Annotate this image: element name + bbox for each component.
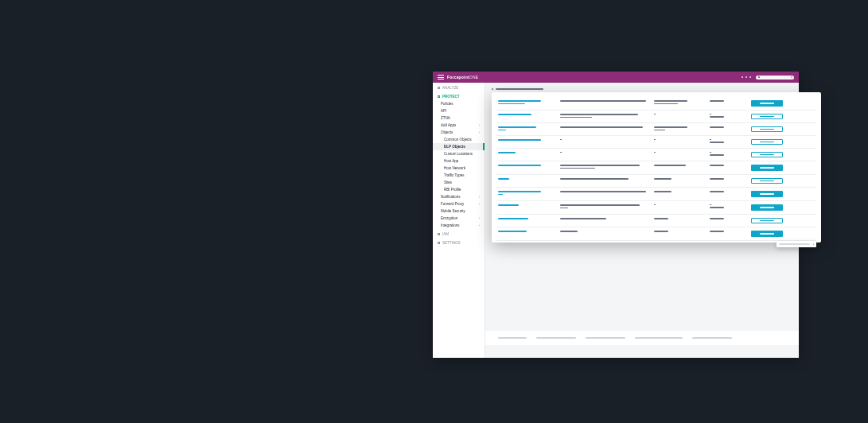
- table-row: [496, 161, 816, 175]
- cell-col4: [710, 114, 745, 118]
- cell-action: [751, 191, 783, 197]
- cell-col4: [710, 204, 745, 208]
- nav-rbi-profile[interactable]: RBI Profile: [433, 186, 485, 193]
- cell-action: [751, 178, 783, 184]
- cell-name: [498, 231, 554, 232]
- content-area: ‹: [485, 83, 799, 358]
- nav-forward-proxy[interactable]: Forward Proxy›: [433, 200, 485, 208]
- nav-notifications[interactable]: Notifications›: [433, 193, 485, 200]
- hamburger-icon[interactable]: [438, 75, 444, 80]
- row-action-button[interactable]: [751, 204, 783, 211]
- table-row: [496, 123, 816, 136]
- cell-name: [498, 139, 554, 141]
- nav-policies[interactable]: Policies: [433, 100, 485, 107]
- nav-ztna[interactable]: ZTNA: [433, 114, 485, 122]
- nav-sites[interactable]: Sites: [433, 179, 485, 186]
- nav-encryption[interactable]: Encryption›: [433, 215, 485, 222]
- cell-col3: [654, 152, 703, 153]
- cell-col3: [654, 114, 703, 114]
- data-table-panel: ‹: [492, 92, 821, 243]
- row-action-button[interactable]: [751, 191, 783, 197]
- sidebar: ANALYZE PROTECT Policies API ZTNA Add Ap…: [433, 83, 485, 358]
- cell-col4: [710, 139, 745, 143]
- table-row: [496, 149, 816, 161]
- nav-common-objects[interactable]: Common Objects: [433, 136, 485, 143]
- cell-action: [751, 126, 783, 132]
- row-action-button[interactable]: [751, 139, 783, 145]
- nav-api[interactable]: API: [433, 107, 485, 114]
- cell-description: [560, 204, 648, 208]
- chevron-left-icon[interactable]: ‹: [813, 243, 814, 246]
- nav-section-iam[interactable]: IAM: [433, 229, 485, 238]
- table-row: [496, 111, 816, 123]
- table-row: [496, 136, 816, 149]
- row-action-button[interactable]: [751, 165, 783, 171]
- table-row: [496, 188, 816, 201]
- row-action-button[interactable]: [751, 218, 783, 223]
- nav-mobile-security[interactable]: Mobile Security: [433, 208, 485, 215]
- cell-action: [751, 152, 783, 157]
- nav-section-settings[interactable]: SETTINGS: [433, 238, 485, 246]
- nav-traffic-types[interactable]: Traffic Types: [433, 172, 485, 179]
- cell-col3: [654, 231, 703, 232]
- cell-description: [560, 126, 648, 128]
- table-row: [496, 175, 816, 188]
- nav-section-protect[interactable]: PROTECT: [433, 91, 485, 100]
- cell-name: [498, 218, 554, 219]
- titlebar: ForcepointONE: [433, 72, 799, 83]
- pagination[interactable]: ‹: [777, 241, 816, 247]
- cell-col3: [654, 204, 703, 205]
- table-row: [496, 215, 816, 227]
- nav-objects[interactable]: Objects›: [433, 129, 485, 136]
- cell-col4: [710, 126, 745, 128]
- row-action-button[interactable]: [751, 114, 783, 119]
- cell-name: [498, 204, 554, 206]
- breadcrumb: [485, 86, 799, 92]
- cell-col4: [710, 231, 745, 232]
- cell-col4: [710, 152, 745, 156]
- cell-description: [560, 218, 648, 219]
- cell-action: [751, 100, 783, 107]
- row-action-button[interactable]: [751, 126, 783, 132]
- nav-custom-locations[interactable]: Custom Locations: [433, 150, 485, 157]
- user-pill[interactable]: [756, 76, 794, 80]
- cell-description: [560, 139, 648, 140]
- nav-host-app[interactable]: Host App: [433, 157, 485, 165]
- row-action-button[interactable]: [751, 178, 783, 184]
- cell-description: [560, 100, 648, 102]
- cell-col3: [654, 100, 703, 104]
- nav-add-apps[interactable]: Add Apps›: [433, 122, 485, 129]
- cell-description: [560, 178, 648, 180]
- cell-description: [560, 152, 648, 153]
- cell-col4: [710, 165, 745, 166]
- cell-action: [751, 114, 783, 119]
- row-action-button[interactable]: [751, 100, 783, 107]
- cell-col4: [710, 191, 745, 192]
- cell-description: [560, 191, 648, 192]
- table-row: [496, 227, 816, 241]
- row-action-button[interactable]: [751, 231, 783, 237]
- cell-action: [751, 204, 783, 211]
- app-window: ForcepointONE ANALYZE PROTECT Policies A…: [433, 72, 799, 358]
- cell-name: [498, 100, 554, 104]
- row-action-button[interactable]: [751, 152, 783, 157]
- cell-action: [751, 231, 783, 237]
- cell-name: [498, 152, 554, 153]
- nav-section-analyze[interactable]: ANALYZE: [433, 83, 485, 91]
- cell-col3: [654, 139, 703, 140]
- cell-description: [560, 231, 648, 232]
- cell-name: [498, 178, 554, 180]
- nav-integrations[interactable]: Integrations›: [433, 222, 485, 229]
- table-row: [496, 201, 816, 215]
- cell-col3: [654, 165, 703, 166]
- cell-col3: [654, 218, 703, 219]
- cell-description: [560, 114, 648, 118]
- cell-description: [560, 165, 648, 169]
- table-row: [496, 97, 816, 111]
- footer-bar: [485, 331, 799, 345]
- header-actions[interactable]: [741, 76, 751, 78]
- cell-action: [751, 218, 783, 223]
- nav-host-network[interactable]: Host Network: [433, 165, 485, 172]
- nav-dlp-objects[interactable]: DLP Objects: [433, 143, 485, 150]
- cell-col4: [710, 178, 745, 180]
